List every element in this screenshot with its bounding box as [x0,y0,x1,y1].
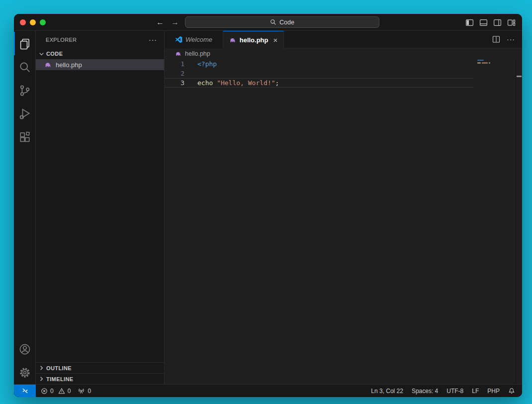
run-and-debug-activity-button[interactable] [14,102,35,125]
source-control-icon [19,85,31,97]
tab-welcome[interactable]: Welcome [165,31,223,48]
line-number: 1 [165,60,184,68]
explorer-more-actions-button[interactable]: ··· [149,36,157,44]
traffic-lights [20,19,46,25]
chevron-down-icon [38,50,45,58]
editor-group: Welcome hello.php × [165,31,522,384]
tab-label: Welcome [185,36,212,43]
code-line[interactable]: 3echo "Hello, World!"; [165,78,473,88]
explorer-sidebar: EXPLORER ··· CODE hello.php [36,31,165,384]
split-editor-button[interactable] [492,35,500,43]
notifications-bell-button[interactable] [508,388,515,395]
toggle-panel-button[interactable] [479,18,488,27]
error-icon [41,388,48,395]
extensions-activity-button[interactable] [14,125,35,149]
chevron-right-icon [38,364,45,372]
php-file-icon [175,50,182,57]
indentation-status[interactable]: Spaces: 4 [412,388,438,395]
chevron-right-icon [38,375,45,383]
minimap-line [477,60,484,61]
settings-activity-button[interactable] [14,361,35,384]
vscode-logo-icon [175,36,182,43]
php-file-icon [229,36,237,44]
radio-tower-icon [78,387,85,395]
sidebar-title: EXPLORER [46,37,77,43]
folder-section-header[interactable]: CODE [36,48,164,59]
remote-icon [21,387,29,395]
timeline-section-header[interactable]: TIMELINE [36,373,164,384]
title-bar: ← → Code [14,14,522,31]
search-activity-button[interactable] [14,55,35,79]
line-number: 3 [165,79,184,87]
overview-ruler[interactable] [516,59,522,384]
file-item-label: hello.php [56,61,82,69]
minimap[interactable] [473,60,516,64]
tab-hello-php[interactable]: hello.php × [223,31,284,48]
zoom-window-button[interactable] [40,19,46,25]
error-count: 0 [50,388,54,395]
bell-icon [508,388,515,395]
toggle-secondary-sidebar-button[interactable] [493,18,502,27]
toggle-primary-sidebar-button[interactable] [465,18,474,27]
gear-icon [19,367,31,379]
cursor-position-marker [517,76,522,77]
accounts-activity-button[interactable] [14,337,35,361]
customize-layout-button[interactable] [507,18,516,27]
breadcrumb[interactable]: hello.php [165,48,522,59]
language-mode-status[interactable]: PHP [487,388,500,395]
file-item-hello-php[interactable]: hello.php [36,59,164,70]
explorer-activity-button[interactable] [14,32,35,55]
warning-icon [58,388,65,395]
code-line[interactable]: 2 [165,69,473,78]
editor-more-actions-button[interactable]: ··· [507,35,515,43]
extensions-icon [19,131,31,143]
code-line[interactable]: 1<?php [165,59,473,69]
line-content: <?php [197,60,217,68]
ports-status-button[interactable]: 0 [78,387,91,395]
eol-status[interactable]: LF [472,388,479,395]
search-icon [270,19,276,25]
tab-bar: Welcome hello.php × [165,31,522,48]
timeline-section-label: TIMELINE [46,376,74,382]
forward-button[interactable]: → [171,18,179,27]
warning-count: 0 [68,388,71,395]
tab-label: hello.php [240,36,268,44]
ports-count: 0 [88,388,91,395]
outline-section-label: OUTLINE [46,365,72,371]
account-icon [19,343,31,355]
close-window-button[interactable] [20,19,26,25]
encoding-status[interactable]: UTF-8 [446,388,463,395]
search-icon [19,61,31,73]
line-number: 2 [165,70,184,77]
code-editor[interactable]: 1<?php23echo "Hello, World!"; [165,59,522,384]
back-button[interactable]: ← [156,18,164,27]
php-file-icon [44,61,52,69]
source-control-activity-button[interactable] [14,79,35,102]
folder-section-label: CODE [46,51,63,57]
code-lines: 1<?php23echo "Hello, World!"; [165,59,473,88]
minimap-line [477,62,516,64]
run-debug-icon [19,108,31,120]
command-center-search[interactable]: Code [185,16,379,28]
files-icon [19,38,31,50]
activity-bar [14,31,36,384]
outline-section-header[interactable]: OUTLINE [36,362,164,373]
breadcrumb-file: hello.php [185,50,210,57]
close-tab-icon[interactable]: × [273,36,278,44]
search-label: Code [279,19,294,26]
line-content: echo "Hello, World!"; [197,79,279,87]
problems-status-button[interactable]: 0 0 [41,388,71,395]
cursor-position-status[interactable]: Ln 3, Col 22 [371,388,403,395]
status-bar: 0 0 0 Ln 3, Col 22 Spaces: 4 UTF-8 LF PH… [14,384,522,397]
remote-indicator-button[interactable] [14,385,36,397]
vscode-window: ← → Code [14,14,522,397]
minimize-window-button[interactable] [30,19,36,25]
